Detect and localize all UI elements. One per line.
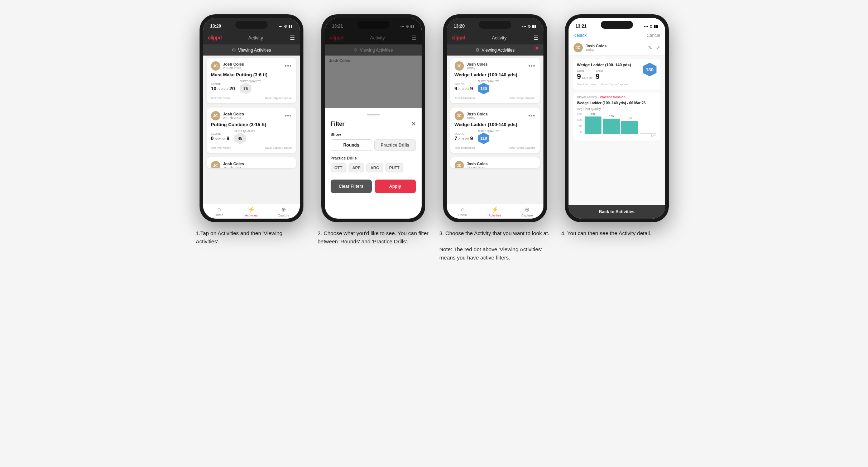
detail-shots-4: 9 [596, 72, 600, 80]
page-container: 13:20 ▪▪▪ ⊙ ▮▮ clippd Activity ☰ ⚙ Vie [183, 14, 685, 262]
rounds-btn[interactable]: Rounds [331, 139, 372, 151]
red-dot-3 [536, 47, 538, 49]
apply-btn[interactable]: Apply [375, 180, 416, 193]
signal-icon-4: ▪▪▪ [644, 24, 648, 28]
viewing-banner-1[interactable]: ⚙ Viewing Activities [203, 44, 300, 56]
clear-filters-btn[interactable]: Clear Filters [331, 180, 372, 193]
viewing-banner-3[interactable]: ⚙ Viewing Activities [447, 44, 543, 56]
modal-close-icon[interactable]: ✕ [411, 120, 416, 127]
tab-capture-1[interactable]: ⊕ Capture [268, 206, 300, 217]
tab-activities-1[interactable]: ⚡ Activities [235, 206, 268, 217]
step-desc-1: 1.Tap on Activities and then 'Viewing Ac… [196, 229, 307, 246]
filter-type-group: Rounds Practice Drills [331, 139, 416, 151]
quality-label-1-1: Shot Quality [240, 80, 261, 83]
battery-icon-4: ▮▮ [654, 24, 658, 28]
card-header-3-3: JC Josh Coles 28 Feb 2023 [455, 161, 536, 168]
activities-icon-1: ⚡ [248, 206, 255, 213]
tab-home-3[interactable]: ⌂ Home [447, 206, 479, 217]
score-value-1-2: 0 [211, 135, 214, 141]
expand-icon-4[interactable]: ⤢ [656, 45, 660, 51]
home-icon-3: ⌂ [461, 206, 465, 213]
tab-home-1[interactable]: ⌂ Home [203, 206, 235, 217]
y-axis-labels-4: 140 100 50 0 [577, 112, 582, 134]
step-desc-text-4: 4. You can then see the Activity detail. [561, 230, 652, 236]
outof-text-3-1: OUT OF [458, 88, 469, 91]
card-footer-3-2: Test Information Data: Clippd Capture [455, 146, 536, 149]
card-user-3-3: JC Josh Coles 28 Feb 2023 [455, 161, 488, 168]
card-stats-1-1: Score 10 OUT OF 20 Shot Quality 75 [211, 80, 292, 94]
activity-card-3-3[interactable]: JC Josh Coles 28 Feb 2023 [450, 157, 540, 168]
more-dots-3-1[interactable]: ••• [528, 63, 536, 69]
edit-icon-4[interactable]: ✎ [648, 45, 652, 51]
activity-card-3-2[interactable]: JC Josh Coles Today ••• Wedge Ladder (10… [450, 108, 540, 153]
score-outof-1-1: 10 OUT OF 20 [211, 86, 235, 91]
activity-card-1-3[interactable]: JC Josh Coles 28 Feb 2023 [207, 157, 296, 168]
activity-card-3-1[interactable]: JC Josh Coles Today ••• Wedge Ladder (10… [450, 58, 540, 103]
user-name-3-2: Josh Coles [467, 112, 488, 116]
test-info-1-1: Test Information [211, 96, 231, 100]
y-label-140: 140 [577, 112, 582, 115]
quality-group-3-2: Shot Quality 118 [478, 129, 499, 144]
user-info-1-2: Josh Coles 28 Feb 2023 [223, 112, 244, 120]
back-to-activities-btn-4[interactable]: Back to Activities [569, 205, 665, 219]
shots-value-3-1: 9 [470, 86, 473, 91]
nav-bar-3: clippd Activity ☰ [447, 31, 543, 44]
phone-inner-2: 13:21 ▪▪▪ ⊙ ▮▮ clippd Activity ☰ ⚙ Vie [325, 18, 422, 219]
signal-icon: ▪▪▪ [279, 24, 283, 28]
tab-activities-3[interactable]: ⚡ Activities [479, 206, 511, 217]
step-desc-4: 4. You can then see the Activity detail. [561, 229, 672, 238]
bar-4-4: — [639, 129, 656, 134]
test-info-1-2: Test Information [211, 146, 231, 149]
more-dots-3-2[interactable]: ••• [528, 113, 536, 119]
tab-capture-label-1: Capture [278, 214, 289, 217]
player-activity-type-4: Practice Session [600, 95, 625, 99]
drill-arg-btn[interactable]: ARG [366, 163, 383, 172]
filter-icon-1: ⚙ [232, 47, 236, 53]
hamburger-icon-3[interactable]: ☰ [533, 34, 538, 41]
avatar-3-1: JC [455, 61, 464, 71]
activity-card-1-1[interactable]: JC Josh Coles 28 Feb 2023 ••• Must Make … [207, 58, 296, 103]
detail-quality-hex-4: 130 [643, 63, 657, 76]
cancel-btn-4[interactable]: Cancel [647, 33, 660, 38]
drill-putt-btn[interactable]: PUTT [385, 163, 404, 172]
practice-drills-btn[interactable]: Practice Drills [374, 139, 416, 151]
tab-bar-3: ⌂ Home ⚡ Activities ⊕ Capture [447, 204, 543, 219]
quality-group-3-1: Shot Quality 130 [478, 80, 499, 94]
detail-score-4: 9 [577, 72, 581, 81]
user-info-3-2: Josh Coles Today [467, 112, 488, 120]
quality-hex-1-2: 45 [234, 133, 246, 144]
bar-3-4: 124 [621, 117, 638, 134]
more-dots-1-2[interactable]: ••• [285, 113, 292, 119]
data-source-1-2: Data: Clippd Capture [265, 146, 292, 149]
tab-capture-3[interactable]: ⊕ Capture [511, 206, 543, 217]
shots-value-1-1: 20 [229, 86, 235, 91]
step-desc-text-3: 3. Choose the Activity that you want to … [440, 230, 550, 236]
notch-1 [235, 21, 268, 29]
score-value-3-1: 9 [455, 86, 457, 91]
chart-title-4: Avg Shot Quality [577, 107, 657, 111]
clippd-logo-3: clippd [452, 35, 465, 40]
user-date-1-1: 28 Feb 2023 [223, 66, 244, 70]
quality-group-1-1: Shot Quality 75 [240, 80, 261, 94]
more-dots-1-1[interactable]: ••• [285, 63, 292, 69]
card-stats-1-2: Score 0 OUT OF 9 Shot Quality 45 [211, 129, 292, 144]
drill-app-btn[interactable]: APP [349, 163, 365, 172]
card-user-1-3: JC Josh Coles 28 Feb 2023 [211, 161, 244, 168]
score-outof-3-1: 9 OUT OF 9 [455, 86, 473, 91]
user-name-4: Josh Coles [586, 44, 607, 48]
card-user-1-1: JC Josh Coles 28 Feb 2023 [211, 61, 244, 71]
back-btn-4[interactable]: < Back [574, 33, 587, 38]
y-label-50: 50 [577, 124, 582, 128]
drill-ott-btn[interactable]: OTT [331, 163, 346, 172]
notch-4 [601, 21, 633, 29]
hamburger-icon-1[interactable]: ☰ [290, 34, 295, 41]
phone-3: 13:20 ▪▪▪ ⊙ ▮▮ clippd Activity ☰ ⚙ Vie [443, 14, 547, 222]
activity-card-1-2[interactable]: JC Josh Coles 28 Feb 2023 ••• Putting Co… [207, 108, 296, 153]
wifi-icon-3: ⊙ [528, 24, 531, 28]
card-header-1-3: JC Josh Coles 28 Feb 2023 [211, 161, 292, 168]
user-info-3-3: Josh Coles 28 Feb 2023 [467, 162, 488, 168]
card-header-3-1: JC Josh Coles Today ••• [455, 61, 536, 71]
step-4-col: 13:21 ▪▪▪ ⊙ ▮▮ < Back Cancel JC [561, 14, 672, 262]
step-desc-2: 2. Choose what you'd like to see. You ca… [318, 229, 429, 246]
test-info-3-2: Test Information [455, 146, 475, 149]
